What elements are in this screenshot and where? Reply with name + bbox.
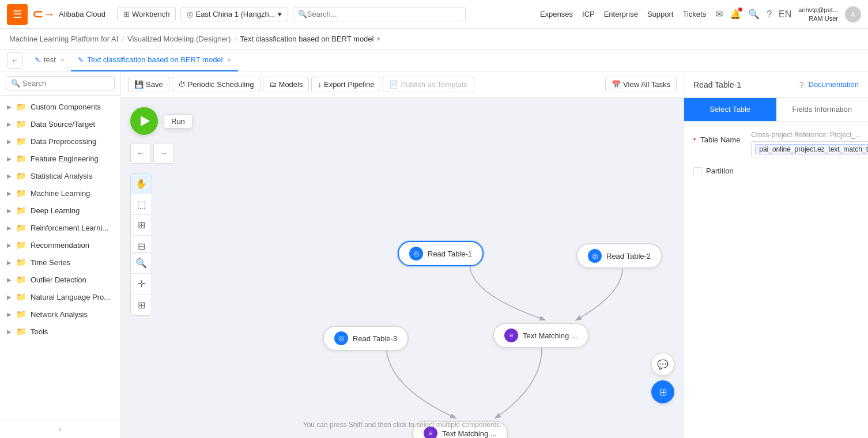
sidebar-item-statistical-analysis[interactable]: ▶ 📁 Statistical Analysis xyxy=(0,167,120,184)
arrow-icon: ▶ xyxy=(7,277,12,283)
help-icon[interactable]: ? xyxy=(767,9,772,20)
sidebar-item-feature-engineering[interactable]: ▶ 📁 Feature Engineering xyxy=(0,150,120,167)
table-name-input[interactable]: pai_online_project.ez_text_match_toy_tra… xyxy=(751,141,868,157)
save-icon: 💾 xyxy=(134,80,144,89)
folder-icon: 📁 xyxy=(16,206,26,215)
sidebar-collapse-button[interactable]: ‹ xyxy=(0,420,120,438)
tab-test-close[interactable]: × xyxy=(61,56,64,63)
sidebar-search-input[interactable] xyxy=(22,79,110,88)
icp-link[interactable]: ICP xyxy=(582,10,595,18)
search-input[interactable] xyxy=(307,10,461,18)
tickets-link[interactable]: Tickets xyxy=(683,10,707,18)
tab-test-icon: ✎ xyxy=(35,56,40,64)
region-button[interactable]: ◎ East China 1 (Hangzh... ▾ xyxy=(180,7,288,21)
breadcrumb-designer-link[interactable]: Visualized Modeling (Designer) xyxy=(127,35,231,43)
read-table-3-icon: ◎ xyxy=(334,331,348,345)
folder-icon: 📁 xyxy=(16,292,26,301)
fit-view-button[interactable]: ✛ xyxy=(131,274,152,294)
play-icon xyxy=(141,116,150,126)
sidebar-item-nlp[interactable]: ▶ 📁 Natural Language Pro... xyxy=(0,288,120,305)
sidebar-item-label: Tools xyxy=(31,327,48,336)
folder-icon: 📁 xyxy=(16,102,26,111)
minimap-toggle[interactable]: ⊞ xyxy=(131,294,152,315)
export-pipeline-button[interactable]: ↓ Export Pipeline xyxy=(311,77,380,92)
documentation-link[interactable]: Documentation xyxy=(809,80,859,89)
arrow-icon: ▶ xyxy=(7,190,12,197)
sidebar-item-machine-learning[interactable]: ▶ 📁 Machine Learning xyxy=(0,184,120,202)
tab-main[interactable]: ✎ Text classification based on BERT mode… xyxy=(71,50,238,71)
enterprise-link[interactable]: Enterprise xyxy=(604,10,638,18)
tab-fields-information[interactable]: Fields Information xyxy=(776,98,869,121)
publish-template-button[interactable]: 📄 Publish as Template xyxy=(383,77,474,92)
tab-select-table[interactable]: Select Table xyxy=(684,98,776,121)
sidebar-item-custom-components[interactable]: ▶ 📁 Custom Components xyxy=(0,98,120,115)
run-button[interactable] xyxy=(130,107,158,135)
redo-button[interactable]: → xyxy=(153,143,174,164)
undo-button[interactable]: ← xyxy=(130,143,151,164)
sidebar-item-label: Deep Learning xyxy=(31,206,80,215)
fit-tool[interactable]: ⊞ xyxy=(131,215,152,236)
sidebar-item-label: Data Source/Target xyxy=(31,120,95,129)
sidebar-item-tools[interactable]: ▶ 📁 Tools xyxy=(0,323,120,340)
sidebar-item-recommendation[interactable]: ▶ 📁 Recommendation xyxy=(0,236,120,254)
menu-icon: ☰ xyxy=(13,8,22,21)
workbench-button[interactable]: ⊞ Workbench xyxy=(117,7,176,21)
periodic-scheduling-button[interactable]: ⏱ Periodic Scheduling xyxy=(172,77,261,92)
chat-fab[interactable]: 💬 xyxy=(651,353,674,376)
save-button[interactable]: 💾 Save xyxy=(128,77,169,92)
pan-tool[interactable]: ✋ xyxy=(131,173,152,194)
partition-checkbox[interactable] xyxy=(693,167,701,175)
sidebar-item-deep-learning[interactable]: ▶ 📁 Deep Learning xyxy=(0,202,120,219)
node-text-matching-1[interactable]: ≡ Text Matching ... xyxy=(493,323,589,348)
tab-test-label: test xyxy=(44,55,56,64)
user-info[interactable]: anhvtp@pet... RAM User xyxy=(798,6,838,22)
sidebar-item-time-series[interactable]: ▶ 📁 Time Series xyxy=(0,254,120,271)
canvas: Run ← → ✋ ⬚ ⊞ ⊟ 🔍 ✛ xyxy=(121,98,684,438)
node-read-table-3[interactable]: ◎ Read Table-3 xyxy=(323,326,409,351)
menu-button[interactable]: ☰ xyxy=(7,4,28,25)
node-read-table-1[interactable]: ◎ Read Table-1 xyxy=(398,241,484,266)
tab-test[interactable]: ✎ test × xyxy=(28,50,71,71)
node-text-matching-2[interactable]: ≡ Text Matching ... xyxy=(412,421,508,438)
bell-icon[interactable]: 🔔 xyxy=(730,9,741,20)
lang-label[interactable]: EN xyxy=(779,9,791,20)
tab-main-close[interactable]: × xyxy=(228,56,231,63)
expenses-link[interactable]: Expenses xyxy=(540,10,573,18)
models-button[interactable]: 🗂 Models xyxy=(263,77,310,92)
zoom-out-button[interactable]: 🔍 xyxy=(131,253,152,274)
partition-label: Partition xyxy=(706,167,734,175)
sidebar-item-data-preprocessing[interactable]: ▶ 📁 Data Preprocessing xyxy=(0,133,120,150)
help-circle-icon[interactable]: ? xyxy=(799,80,804,89)
run-tooltip: Run xyxy=(164,114,193,129)
global-search[interactable]: 🔍 xyxy=(293,7,466,21)
chevron-down-icon: ▾ xyxy=(278,10,282,18)
sidebar-item-outlier-detection[interactable]: ▶ 📁 Outlier Detection xyxy=(0,271,120,288)
sidebar-item-label: Time Series xyxy=(31,258,70,267)
folder-icon: 📁 xyxy=(16,137,26,146)
breadcrumb-ml-link[interactable]: Machine Learning Platform for AI xyxy=(9,35,118,43)
folder-icon: 📁 xyxy=(16,327,26,336)
support-link[interactable]: Support xyxy=(647,10,674,18)
sidebar-item-label: Recommendation xyxy=(31,241,89,250)
sidebar-item-reinforcement-learning[interactable]: ▶ 📁 Reinforcement Learni... xyxy=(0,219,120,236)
view-all-tasks-button[interactable]: 📅 View All Tasks xyxy=(605,77,677,92)
chevron-down-icon[interactable]: ▾ xyxy=(377,35,380,43)
tab-main-label: Text classification based on BERT model xyxy=(87,55,222,64)
logo: ⊂→ Alibaba Cloud xyxy=(32,7,105,22)
sidebar-item-network-analysis[interactable]: ▶ 📁 Network Analysis xyxy=(0,305,120,323)
node-label: Text Matching ... xyxy=(442,429,497,438)
back-button[interactable]: ← xyxy=(7,52,23,69)
mail-icon[interactable]: ✉ xyxy=(715,9,723,20)
fab-group: 💬 ⊞ xyxy=(651,353,674,403)
text-matching-2-icon: ≡ xyxy=(424,426,437,438)
avatar[interactable]: A xyxy=(845,6,861,22)
arrow-icon: ▶ xyxy=(7,104,12,110)
select-tool[interactable]: ⬚ xyxy=(131,194,152,215)
node-read-table-2[interactable]: ◎ Read Table-2 xyxy=(576,243,662,269)
search-nav-icon[interactable]: 🔍 xyxy=(748,9,760,20)
folder-icon: 📁 xyxy=(16,171,26,180)
sidebar-item-label: Network Analysis xyxy=(31,310,88,319)
folder-icon: 📁 xyxy=(16,275,26,284)
sidebar-item-data-source[interactable]: ▶ 📁 Data Source/Target xyxy=(0,115,120,133)
grid-fab[interactable]: ⊞ xyxy=(651,380,674,403)
